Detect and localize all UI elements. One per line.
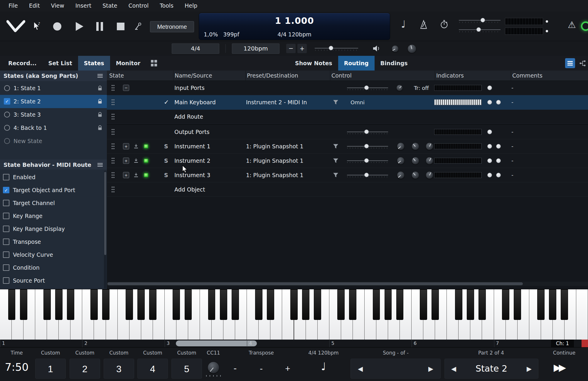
- behavior-target-channel[interactable]: Target Channel: [0, 197, 107, 209]
- tab-show-notes[interactable]: Show Notes: [289, 56, 338, 71]
- states-menu-icon[interactable]: [97, 74, 103, 78]
- piano-black-key[interactable]: [314, 289, 321, 320]
- piano-black-key[interactable]: [502, 289, 509, 320]
- menu-view[interactable]: View: [46, 0, 70, 11]
- custom-button-1[interactable]: 1: [35, 359, 66, 379]
- filter-icon[interactable]: [333, 173, 338, 178]
- piano-black-key[interactable]: [232, 289, 239, 320]
- piano-black-key[interactable]: [432, 289, 439, 320]
- cc11-knob[interactable]: [208, 362, 219, 373]
- menu-file[interactable]: File: [3, 0, 23, 11]
- solo-button[interactable]: S: [164, 143, 168, 150]
- piano-black-key[interactable]: [102, 289, 109, 320]
- piano-black-key[interactable]: [514, 289, 521, 320]
- menu-insert[interactable]: Insert: [70, 0, 97, 11]
- custom-button-5[interactable]: 5: [171, 359, 202, 379]
- monitor-knob[interactable]: [392, 45, 399, 52]
- behavior-key-range-display[interactable]: Key Range Display: [0, 222, 107, 235]
- mix-knob[interactable]: [426, 157, 433, 165]
- drag-handle-icon[interactable]: [111, 142, 115, 150]
- piano-black-key[interactable]: [420, 289, 427, 320]
- tempo-increment-button[interactable]: +: [297, 44, 307, 53]
- panic-indicator[interactable]: [582, 340, 588, 347]
- tempo-slider[interactable]: [315, 46, 358, 51]
- tap-tempo-note-icon[interactable]: ♩: [318, 360, 329, 372]
- piano-black-key[interactable]: [208, 289, 215, 320]
- mix-knob[interactable]: [426, 142, 433, 150]
- channel-filter-label[interactable]: Omni: [351, 99, 365, 105]
- tab-monitor[interactable]: Monitor: [110, 56, 146, 71]
- piano-black-key[interactable]: [8, 289, 16, 320]
- custom-button-4[interactable]: 4: [137, 359, 168, 379]
- drag-handle-icon[interactable]: [111, 171, 115, 179]
- behavior-source-port[interactable]: Source Port: [0, 274, 107, 287]
- behavior-enabled[interactable]: Enabled: [0, 171, 107, 184]
- piano-black-key[interactable]: [302, 289, 309, 320]
- drag-handle-icon[interactable]: [111, 157, 115, 165]
- solo-button[interactable]: S: [164, 172, 168, 178]
- checkbox[interactable]: [3, 264, 9, 271]
- piano-black-key[interactable]: [290, 289, 298, 320]
- run-led[interactable]: [144, 159, 148, 163]
- tab-record[interactable]: Record...: [2, 56, 42, 71]
- stop-button[interactable]: [117, 23, 124, 30]
- piano-black-key[interactable]: [549, 289, 556, 320]
- lock-icon[interactable]: [98, 112, 102, 117]
- filter-icon[interactable]: [333, 144, 338, 149]
- row-output-ports[interactable]: Output Ports -: [107, 125, 588, 139]
- pan-knob[interactable]: [397, 157, 405, 165]
- scrollbar-thumb[interactable]: [104, 172, 106, 255]
- behavior-target-object[interactable]: ✓Target Object and Port: [0, 184, 107, 197]
- routing-view-icon[interactable]: [579, 60, 586, 67]
- piano-black-key[interactable]: [55, 289, 63, 320]
- tab-set-list[interactable]: Set List: [42, 56, 78, 71]
- tempo-note-icon[interactable]: ♩: [401, 19, 406, 29]
- next-song-button[interactable]: ▶: [427, 359, 435, 379]
- send-knob[interactable]: [412, 142, 419, 150]
- record-button[interactable]: [53, 22, 61, 31]
- master-knob[interactable]: [407, 44, 416, 53]
- pointer-tool-icon[interactable]: ♪: [33, 21, 41, 31]
- speaker-icon[interactable]: [372, 45, 381, 52]
- run-led[interactable]: [144, 144, 148, 149]
- filter-icon[interactable]: [333, 158, 338, 163]
- menu-tools[interactable]: Tools: [154, 0, 179, 11]
- piano-black-key[interactable]: [537, 289, 545, 320]
- current-part-value[interactable]: State 2: [445, 359, 538, 378]
- state-item-3[interactable]: 3: State 3: [0, 108, 107, 121]
- piano-black-key[interactable]: [479, 289, 486, 320]
- piano-black-key[interactable]: [185, 289, 192, 320]
- next-part-button[interactable]: ▶: [525, 359, 533, 379]
- time-signature-field[interactable]: 4/4: [172, 43, 219, 54]
- expand-button[interactable]: +: [123, 158, 129, 164]
- behavior-key-range[interactable]: Key Range: [0, 209, 107, 222]
- add-route-button[interactable]: Add Route: [174, 113, 203, 120]
- checkbox[interactable]: [3, 251, 9, 258]
- solo-button[interactable]: S: [164, 157, 168, 164]
- state-checkbox-checked[interactable]: ✓: [4, 98, 10, 105]
- row-input-ports[interactable]: − Input Ports Tr: off -: [107, 81, 588, 95]
- piano-black-key[interactable]: [126, 289, 133, 320]
- checkbox[interactable]: [3, 226, 9, 232]
- midi-input-icon[interactable]: [134, 144, 139, 149]
- transpose-increment-button[interactable]: +: [282, 363, 294, 374]
- menu-control[interactable]: Control: [123, 0, 154, 11]
- behavior-condition[interactable]: Condition: [0, 261, 107, 274]
- tab-bindings[interactable]: Bindings: [375, 56, 414, 71]
- menu-help[interactable]: Help: [179, 0, 203, 11]
- piano-black-key[interactable]: [173, 289, 180, 320]
- run-led[interactable]: [144, 173, 148, 177]
- menu-edit[interactable]: Edit: [23, 0, 46, 11]
- channel-badge[interactable]: Ch: 1: [551, 340, 574, 347]
- gain-slider[interactable]: [347, 85, 388, 90]
- piano-black-key[interactable]: [373, 289, 380, 320]
- state-item-4[interactable]: 4: Back to 1: [0, 121, 107, 135]
- table-view-button[interactable]: [565, 58, 575, 68]
- checkbox[interactable]: [3, 213, 9, 219]
- state-radio[interactable]: [4, 125, 10, 131]
- piano-black-key[interactable]: [396, 289, 404, 320]
- panel-grid-icon[interactable]: [151, 60, 157, 66]
- state-item-2-selected[interactable]: ✓ 2: State 2: [0, 95, 107, 108]
- route-enabled-check-icon[interactable]: ✓: [164, 99, 169, 106]
- lock-icon[interactable]: [98, 99, 102, 104]
